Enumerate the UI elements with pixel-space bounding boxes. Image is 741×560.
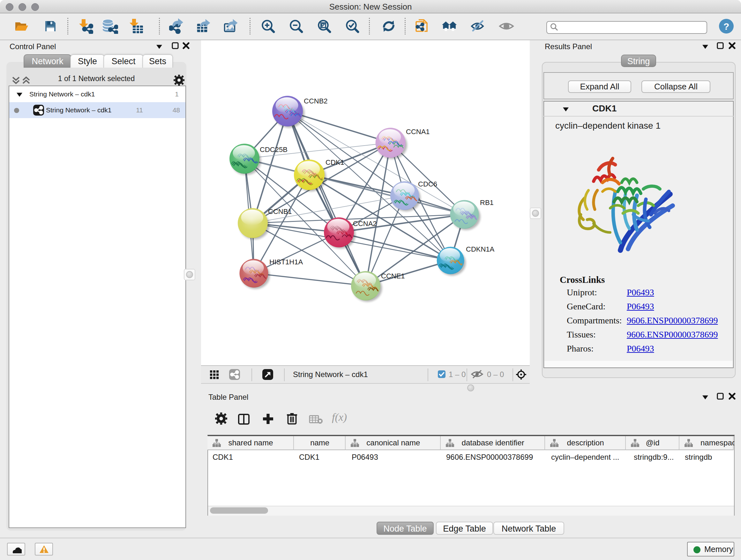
svg-text:CDK1: CDK1 [326,159,344,166]
svg-text:CDKN1A: CDKN1A [466,245,495,253]
svg-text:CCNE1: CCNE1 [381,272,405,280]
svg-text:CCNA2: CCNA2 [353,220,377,228]
svg-text:CCNA1: CCNA1 [406,128,430,136]
svg-text:?: ? [724,21,729,32]
svg-text:RB1: RB1 [480,199,494,206]
svg-text:CDC6: CDC6 [418,180,437,188]
svg-text:CCNB2: CCNB2 [304,97,328,105]
svg-text:HIST1H1A: HIST1H1A [269,258,303,266]
svg-text:CCNB1: CCNB1 [268,207,292,215]
svg-text:CDC25B: CDC25B [260,145,287,153]
